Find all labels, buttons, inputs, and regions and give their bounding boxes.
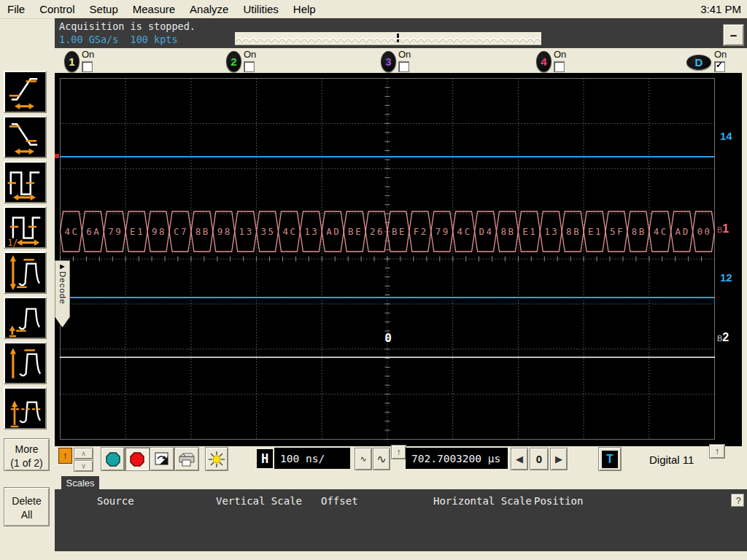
delete-all-button[interactable]: Delete All (4, 487, 50, 526)
tab-scales[interactable]: Scales (61, 476, 99, 490)
trigger-marker-button[interactable]: ↑ (709, 444, 725, 459)
channel-D-checkbox[interactable]: ✓ (714, 61, 725, 72)
measure-period-button[interactable] (4, 161, 47, 203)
decode-tab-label: Decode (58, 271, 67, 305)
horizontal-position-display[interactable]: 702.7003200 µs (406, 448, 508, 469)
channel-3-button[interactable]: 3 (381, 51, 396, 72)
channel-3-toggle: 3On (381, 48, 425, 73)
maximum-icon (5, 343, 45, 383)
measure-peak-peak-button[interactable] (4, 252, 47, 294)
minimum-icon (5, 298, 45, 338)
bus-value: 4C (282, 226, 297, 237)
average-icon (5, 389, 45, 428)
measure-frequency-button[interactable]: 1/ (4, 206, 47, 249)
preview-waveform-icon (235, 32, 541, 45)
signal-label-B2: B2 (717, 331, 729, 343)
menu-setup[interactable]: Setup (82, 1, 125, 18)
channel-2-checkbox[interactable] (244, 61, 255, 72)
bus-value: 35 (261, 226, 276, 237)
signal-label-14: 14 (720, 130, 732, 142)
channel-1-checkbox[interactable] (82, 61, 93, 72)
period-icon (5, 163, 45, 202)
screen-capture-icon (152, 450, 171, 469)
more-button[interactable]: More (1 of 2) (4, 438, 50, 471)
measure-minimum-button[interactable] (4, 297, 47, 339)
position-marker-button[interactable]: ↑ (391, 445, 406, 459)
bus-value: 13 (239, 226, 254, 237)
channel-toggle-row: 1On2On3On4OnDOn✓ (55, 48, 747, 73)
bus-value: 8B (500, 226, 515, 237)
frequency-icon: 1/ (5, 208, 45, 247)
menu-control[interactable]: Control (32, 1, 82, 18)
measure-fall-time-button[interactable] (4, 116, 47, 158)
measure-average-button[interactable] (4, 387, 47, 429)
zoom-waveform-large-button[interactable]: ∿ (373, 448, 390, 470)
printer-icon (177, 450, 196, 469)
waveform-display[interactable]: 144C6A79E198C78B9813354C13ADBE26BEF2794C… (55, 73, 742, 446)
bus-value: C7 (174, 226, 188, 237)
status-bar: Acquisition is stopped. 1.00 GSa/s 100 k… (55, 18, 747, 48)
sample-rate-status: 1.00 GSa/s 100 kpts (59, 34, 178, 45)
position-left-button[interactable]: ◀ (511, 448, 528, 470)
bus-value: E1 (130, 226, 144, 237)
menu-file[interactable]: File (0, 1, 32, 18)
print-button[interactable] (174, 447, 199, 471)
clock: 3:41 PM (700, 3, 741, 15)
bus-value: 13 (304, 226, 319, 237)
position-right-button[interactable]: ▶ (550, 448, 568, 470)
delete-all-label-2: All (21, 509, 33, 521)
stop-button[interactable] (125, 447, 150, 471)
measure-maximum-button[interactable] (4, 342, 47, 384)
menu-utilities[interactable]: Utilities (236, 1, 285, 18)
spinner-up-button[interactable]: ∧ (74, 448, 93, 459)
brightness-button[interactable] (205, 447, 228, 471)
bus-value: BE (348, 226, 363, 237)
rise-time-icon (5, 72, 45, 112)
preview-position-marker (397, 39, 399, 42)
minimize-button[interactable]: – (723, 24, 744, 46)
oscilloscope-app: FileControlSetupMeasureAnalyzeUtilitiesH… (0, 0, 747, 560)
timebase-display[interactable]: 100 ns/ (274, 448, 350, 469)
acquisition-preview-bar[interactable] (235, 32, 541, 45)
bus-value: BE (392, 226, 406, 237)
column-header-source: Source (97, 495, 134, 507)
channel-D-toggle: DOn✓ (686, 48, 730, 73)
stop-icon (128, 451, 146, 468)
check-icon: ✓ (716, 60, 723, 70)
channel-4-button[interactable]: 4 (536, 51, 551, 72)
column-header-offset: Offset (321, 495, 358, 507)
run-button[interactable] (101, 447, 125, 471)
time-reference-marker: 0 (384, 331, 392, 345)
channel-2-button[interactable]: 2 (226, 51, 241, 72)
channel-3-on-label: On (398, 49, 411, 60)
decode-tab[interactable]: ► Decode (55, 260, 70, 327)
menu-measure[interactable]: Measure (125, 1, 182, 18)
screen-capture-button[interactable] (150, 447, 174, 471)
bus-value: 8B (196, 226, 210, 237)
help-button[interactable]: ? (731, 494, 744, 507)
menu-help[interactable]: Help (286, 1, 323, 18)
signal-label-12: 12 (720, 271, 732, 284)
position-zero-button[interactable]: 0 (530, 448, 549, 470)
more-button-label: More (15, 443, 39, 455)
bus-value: 4C (64, 226, 79, 237)
channel-D-on-label: On (714, 49, 727, 60)
scroll-up-button[interactable]: ↑ (58, 448, 72, 464)
zoom-waveform-small-button[interactable]: ∿ (355, 448, 372, 470)
channel-3-checkbox[interactable] (398, 61, 409, 72)
trigger-icon: T (602, 451, 618, 468)
channel-1-button[interactable]: 1 (64, 51, 80, 72)
measure-rise-time-button[interactable] (4, 71, 47, 113)
trigger-button[interactable]: T (598, 447, 622, 471)
channel-D-label: D (695, 57, 703, 68)
spinner-down-button[interactable]: ∨ (74, 460, 93, 472)
channel-2-on-label: On (244, 49, 256, 60)
menu-analyze[interactable]: Analyze (182, 1, 236, 18)
channel-4-checkbox[interactable] (554, 61, 565, 72)
channel-D-button[interactable]: D (686, 55, 711, 70)
trigger-source-label: Digital 11 (649, 454, 694, 466)
channel-4-on-label: On (554, 49, 566, 60)
run-icon (104, 451, 122, 468)
toolbar: ↑ ∧ ∨ (55, 446, 747, 476)
bus-value: 4C (654, 226, 668, 237)
